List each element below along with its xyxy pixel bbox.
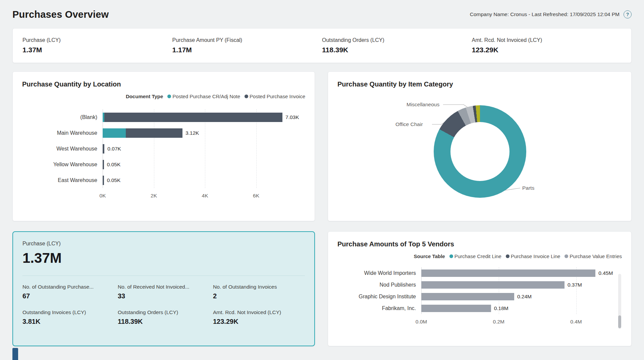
stat-label: Outstanding Orders (LCY)	[118, 309, 208, 315]
stat-outstanding-invoices-count: No. of Outstanding Invoices 2	[213, 284, 305, 300]
legend-dot-icon	[506, 254, 509, 258]
kpi-purchase-lcy: Purchase (LCY) 1.37M	[22, 37, 172, 54]
bar-track: 0.37M	[421, 281, 582, 289]
category-label: Main Warehouse	[22, 130, 103, 136]
category-donut-wrap: Miscellaneous Office Chair Parts	[337, 89, 622, 214]
legend-label: Posted Purchase Invoice	[250, 94, 305, 99]
legend-label: Purchase Value Entries	[570, 253, 622, 259]
category-label: East Warehouse	[22, 177, 103, 183]
purchase-summary-card[interactable]: Purchase (LCY) 1.37M No. of Outstanding …	[12, 231, 315, 346]
company-refresh-info: Company Name: Cronus - Last Refreshed: 1…	[470, 11, 620, 17]
stat-amt-rcd-not-invoiced-lcy: Amt. Rcd. Not Invoiced (LCY) 123.29K	[213, 309, 305, 325]
bar-segment-vendor[interactable]	[421, 281, 565, 289]
donut-hole	[450, 122, 509, 181]
category-label: (Blank)	[22, 114, 103, 120]
bar-segment-invoice[interactable]	[126, 128, 182, 138]
legend-dot-icon	[565, 254, 568, 258]
category-label: Nod Publishers	[337, 282, 421, 288]
bar-track: 0.05K	[103, 176, 120, 185]
stat-label: Amt. Rcd. Not Invoiced (LCY)	[213, 309, 304, 315]
axis-tick-label: 0.2M	[493, 319, 504, 325]
legend-item-invoice[interactable]: Posted Purchase Invoice	[245, 94, 305, 99]
bar-row: Wide World Importers0.45M	[337, 267, 622, 279]
bar-track: 0.07K	[103, 144, 121, 154]
bar-segment-invoice[interactable]	[103, 176, 104, 185]
dashboard-grid: Purchase Quantity by Location Document T…	[12, 71, 632, 346]
location-rows: (Blank)7.03KMain Warehouse3.12KWest Ware…	[22, 109, 305, 188]
bar-track: 3.12K	[103, 128, 199, 138]
bar-row: Graphic Design Institute0.24M	[337, 291, 622, 302]
topbar-right: Company Name: Cronus - Last Refreshed: 1…	[470, 10, 632, 18]
kpi-summary-card: Purchase (LCY) 1.37M Purchase Amount PY …	[12, 28, 632, 63]
bar-segment-vendor[interactable]	[421, 305, 491, 312]
axis-tick-label: 6K	[253, 193, 259, 199]
bar-track: 7.03K	[103, 113, 299, 122]
bar-row: (Blank)7.03K	[22, 109, 305, 125]
vendors-plot-area: Wide World Importers0.45MNod Publishers0…	[337, 267, 622, 314]
legend-dot-icon	[245, 95, 248, 98]
bar-row: West Warehouse0.07K	[22, 141, 305, 157]
location-chart-card: Purchase Quantity by Location Document T…	[12, 71, 315, 221]
stat-value: 2	[213, 292, 305, 300]
help-icon[interactable]: ?	[624, 10, 632, 18]
bar-segment-vendor[interactable]	[421, 269, 595, 277]
stat-outstanding-orders-lcy: Outstanding Orders (LCY) 118.39K	[118, 309, 213, 325]
bar-track: 0.24M	[421, 293, 532, 300]
bar-row: Main Warehouse3.12K	[22, 125, 305, 141]
summary-stats-grid: No. of Outstanding Purchase... 67 No. of…	[22, 276, 305, 325]
kpi-label: Purchase (LCY)	[22, 37, 172, 43]
vendors-rows: Wide World Importers0.45MNod Publishers0…	[337, 267, 622, 314]
bar-value-label: 0.37M	[568, 282, 582, 288]
kpi-amt-rcd-not-invoiced: Amt. Rcd. Not Invoiced (LCY) 123.29K	[472, 37, 622, 54]
axis-tick-label: 0.0M	[416, 319, 427, 325]
legend-item-purchase-credit-line[interactable]: Purchase Credit Line	[449, 253, 501, 259]
vendors-scrollbar-thumb[interactable]	[618, 315, 621, 328]
legend-title: Document Type	[126, 94, 163, 99]
legend-item-purchase-invoice-line[interactable]: Purchase Invoice Line	[506, 253, 560, 259]
kpi-value: 1.17M	[172, 46, 322, 54]
bar-segment-invoice[interactable]	[103, 160, 104, 169]
bar-track: 0.45M	[421, 269, 613, 277]
stat-label: No. of Outstanding Invoices	[213, 284, 304, 290]
bar-row: East Warehouse0.05K	[22, 172, 305, 188]
bar-track: 0.05K	[103, 160, 120, 169]
bar-value-label: 0.24M	[517, 294, 532, 300]
purchases-overview-page: Purchases Overview Company Name: Cronus …	[0, 0, 644, 360]
bar-segment-vendor[interactable]	[421, 293, 514, 300]
location-chart-title: Purchase Quantity by Location	[22, 80, 305, 88]
vendors-scrollbar[interactable]	[618, 274, 621, 329]
bar-value-label: 0.05K	[107, 162, 121, 168]
donut-label-parts: Parts	[522, 185, 534, 191]
page-title: Purchases Overview	[12, 9, 109, 20]
stat-outstanding-invoices-lcy: Outstanding Invoices (LCY) 3.81K	[22, 309, 118, 325]
category-label: Fabrikam, Inc.	[337, 305, 421, 311]
kpi-purchase-amount-py: Purchase Amount PY (Fiscal) 1.17M	[172, 37, 322, 54]
legend-title: Source Table	[414, 253, 445, 259]
legend-dot-icon	[167, 95, 171, 98]
stat-outstanding-purchase-orders: No. of Outstanding Purchase... 67	[22, 284, 118, 300]
axis-tick-label: 0K	[100, 193, 106, 199]
bar-value-label: 0.45M	[598, 270, 613, 276]
stat-label: No. of Outstanding Purchase...	[22, 284, 113, 290]
kpi-outstanding-orders: Outstanding Orders (LCY) 118.39K	[322, 37, 472, 54]
category-chart-title: Purchase Quantity by Item Category	[337, 80, 622, 88]
bar-segment-cr-adj-note[interactable]	[103, 128, 126, 138]
legend-item-purchase-value-entries[interactable]: Purchase Value Entries	[565, 253, 622, 259]
stat-value: 67	[22, 292, 118, 300]
bar-value-label: 0.05K	[107, 177, 121, 183]
category-label: Yellow Warehouse	[22, 162, 103, 168]
stat-received-not-invoiced: No. of Received Not Invoiced... 33	[118, 284, 213, 300]
summary-main-label: Purchase (LCY)	[22, 241, 305, 247]
location-plot-area: (Blank)7.03KMain Warehouse3.12KWest Ware…	[22, 109, 305, 188]
bar-segment-invoice[interactable]	[103, 144, 104, 154]
legend-item-cr-adj-note[interactable]: Posted Purchase CR/Adj Note	[167, 94, 240, 99]
bar-value-label: 0.07K	[107, 146, 121, 152]
axis-tick-label: 2K	[151, 193, 157, 199]
kpi-label: Amt. Rcd. Not Invoiced (LCY)	[472, 37, 622, 43]
stat-value: 123.29K	[213, 318, 305, 325]
location-chart: (Blank)7.03KMain Warehouse3.12KWest Ware…	[22, 109, 305, 200]
location-legend: Document Type Posted Purchase CR/Adj Not…	[22, 94, 305, 99]
category-label: Wide World Importers	[337, 270, 421, 276]
kpi-label: Outstanding Orders (LCY)	[322, 37, 472, 43]
bar-segment-invoice[interactable]	[104, 113, 282, 122]
